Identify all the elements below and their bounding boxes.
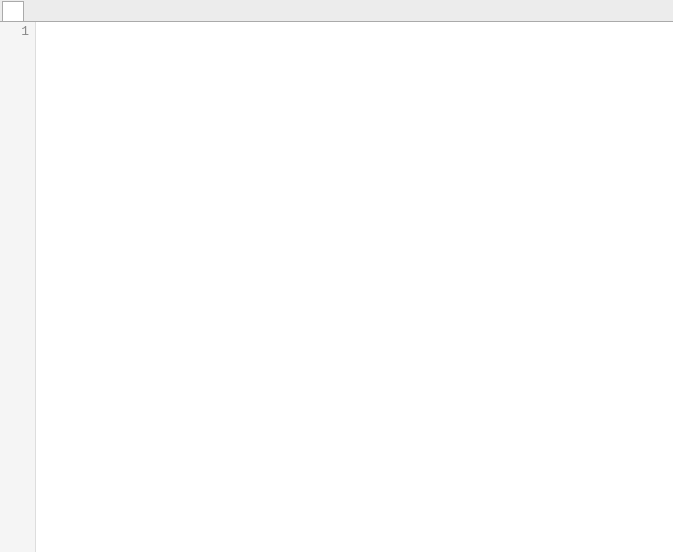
code-area[interactable] [36,22,673,552]
tab-hosts[interactable] [2,1,24,21]
line-numbers: 1 [0,22,36,552]
tab-bar [0,0,673,22]
line-number: 1 [4,22,29,41]
editor-area: 1 [0,22,673,552]
